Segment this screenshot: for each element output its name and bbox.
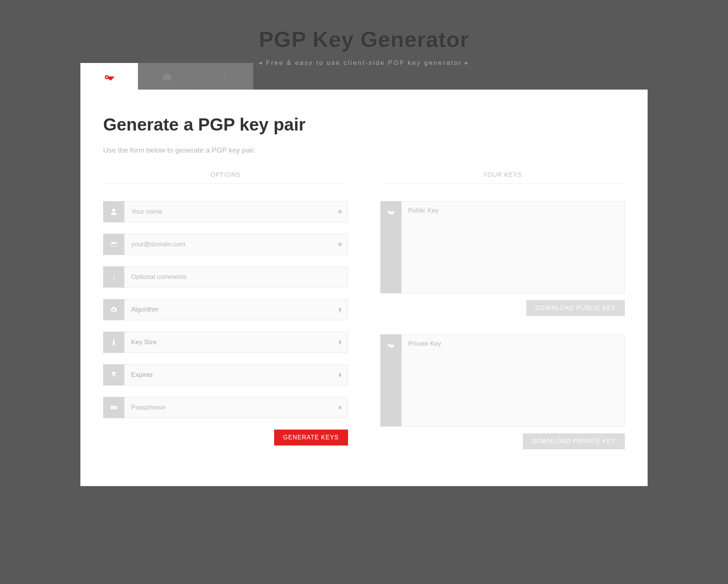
info-field-icon: i	[103, 266, 124, 288]
expires-label: Expires	[131, 371, 153, 379]
keysize-label: Key Size	[131, 338, 157, 346]
chevron-updown-icon: ▲▼	[338, 340, 342, 345]
svg-rect-3	[111, 407, 112, 407]
keys-header: YOUR KEYS	[380, 172, 625, 184]
info-icon: i	[220, 72, 229, 82]
mail-icon	[103, 234, 124, 255]
svg-rect-5	[114, 407, 115, 407]
chevron-updown-icon: ▲▼	[338, 372, 342, 378]
keysize-select[interactable]: Key Size ▲▼	[124, 332, 348, 353]
key-icon	[380, 334, 402, 427]
tab-generate[interactable]	[80, 63, 138, 90]
hourglass-icon	[103, 364, 124, 386]
briefcase-icon	[162, 72, 172, 82]
tab-bar: i	[80, 63, 253, 90]
comments-input[interactable]	[131, 273, 341, 281]
algorithm-select[interactable]: Algorithm ▲▼	[124, 299, 348, 320]
required-icon: ✱	[338, 241, 342, 247]
email-row: ✱	[103, 234, 348, 255]
generate-keys-button[interactable]: GENERATE KEYS	[274, 430, 348, 445]
thermometer-icon	[103, 332, 124, 353]
keyboard-icon	[103, 397, 124, 418]
section-title: Generate a PGP key pair	[103, 114, 625, 135]
private-key-row	[380, 334, 625, 427]
options-column: OPTIONS ✱	[103, 172, 348, 449]
svg-rect-7	[112, 408, 115, 408]
algorithm-label: Algorithm	[131, 306, 158, 313]
required-icon: ✱	[338, 405, 342, 411]
public-key-output[interactable]	[408, 207, 618, 288]
name-row: ✱	[103, 201, 348, 222]
passphrase-input[interactable]	[131, 404, 341, 411]
svg-rect-2	[111, 406, 117, 409]
svg-text:i: i	[223, 72, 225, 81]
private-key-output[interactable]	[408, 340, 618, 421]
options-header: OPTIONS	[103, 172, 348, 184]
keys-column: YOUR KEYS DOWNLOAD PUBLIC KEY	[380, 172, 625, 449]
required-icon: ✱	[338, 209, 342, 215]
section-description: Use the form below to generate a PGP key…	[103, 146, 625, 154]
download-private-key-button[interactable]: DOWNLOAD PRIVATE KEY	[523, 433, 625, 449]
download-public-key-button[interactable]: DOWNLOAD PUBLIC KEY	[526, 300, 625, 316]
name-input[interactable]	[131, 208, 341, 216]
person-icon	[103, 201, 124, 222]
svg-text:i: i	[113, 274, 115, 281]
email-input[interactable]	[131, 241, 341, 248]
chevron-updown-icon: ▲▼	[338, 307, 342, 312]
expires-select[interactable]: Expires ▲▼	[124, 364, 348, 386]
page-title: PGP Key Generator	[0, 27, 728, 52]
svg-rect-4	[113, 407, 114, 407]
comments-row: i	[103, 266, 348, 288]
gear-icon	[103, 299, 124, 320]
keysize-row: Key Size ▲▼	[103, 332, 348, 353]
tab-toolbox[interactable]	[138, 63, 196, 90]
passphrase-row: ✱	[103, 397, 348, 418]
key-icon	[104, 72, 114, 82]
svg-rect-6	[115, 407, 116, 407]
main-card: i Generate a PGP key pair Use the form b…	[80, 90, 648, 486]
expires-row: Expires ▲▼	[103, 364, 348, 386]
public-key-row	[380, 201, 625, 293]
tab-info[interactable]: i	[196, 63, 253, 90]
algorithm-row: Algorithm ▲▼	[103, 299, 348, 320]
key-icon	[380, 201, 402, 293]
